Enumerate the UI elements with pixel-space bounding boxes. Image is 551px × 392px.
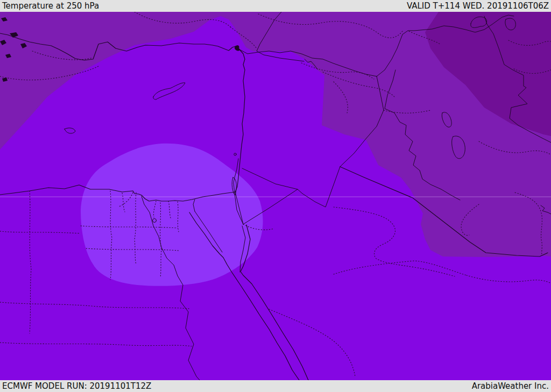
footer-bar: ECMWF MODEL RUN: 20191101T12Z ArabiaWeat… [0,380,551,392]
weather-map-canvas [0,12,551,380]
valid-time-label: VALID T+114 WED. 20191106T06Z [407,0,549,12]
header-bar: Temperature at 250 hPa VALID T+114 WED. … [0,0,551,12]
model-run-label: ECMWF MODEL RUN: 20191101T12Z [2,380,151,392]
brand-label: ArabiaWeather Inc. [472,380,549,392]
weather-map [0,12,551,380]
map-title: Temperature at 250 hPa [2,0,99,12]
